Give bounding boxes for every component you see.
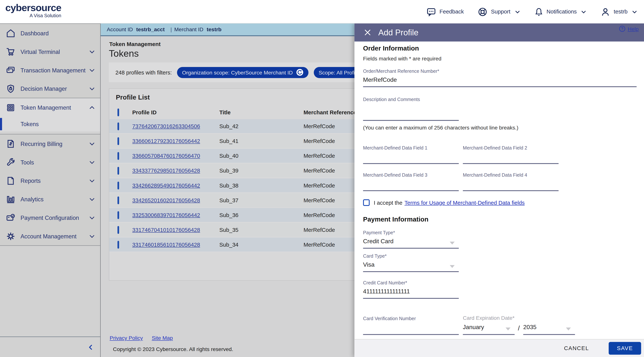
- drawer-header: Add Profile: [354, 23, 644, 42]
- mdf2-input[interactable]: [463, 153, 558, 164]
- row-checkbox[interactable]: [118, 211, 119, 219]
- notifications-menu[interactable]: Notifications: [534, 7, 586, 17]
- cc-number-value: 4111111111111111: [363, 288, 410, 295]
- save-button[interactable]: SAVE: [609, 342, 641, 354]
- sidebar-subitem-tokens[interactable]: Tokens: [0, 117, 100, 132]
- row-title: Sub_39: [219, 167, 304, 174]
- mdf4-input[interactable]: [463, 180, 558, 191]
- bell-icon: [534, 7, 543, 17]
- cvn-input[interactable]: [363, 323, 459, 335]
- terms-checkbox[interactable]: [363, 199, 370, 206]
- exp-year-select[interactable]: 2035: [523, 323, 575, 335]
- sidebar-item-decision-manager[interactable]: Decision Manager: [0, 79, 100, 98]
- payment-type-select[interactable]: Credit Card: [363, 238, 459, 249]
- profile-id-link[interactable]: 3366057084760176056470: [132, 153, 200, 159]
- filter-chip-org-scope[interactable]: Organization scope: CyberSource Merchant…: [177, 67, 308, 78]
- add-profile-drawer: Add Profile Help Order Information Field…: [354, 23, 644, 357]
- order-reference-value: MerRefCode: [363, 77, 397, 83]
- sidebar-label: Recurring Billing: [20, 140, 89, 147]
- merchant-id-value: testrb: [207, 26, 222, 33]
- privacy-policy-link[interactable]: Privacy Policy: [110, 335, 143, 341]
- cc-number-input[interactable]: 4111111111111111: [363, 288, 459, 299]
- exp-month-select[interactable]: January: [463, 323, 514, 335]
- exp-month-value: January: [463, 324, 484, 330]
- support-menu[interactable]: Support: [478, 7, 520, 17]
- card-type-select[interactable]: Visa: [363, 261, 459, 272]
- sidebar-item-virtual-terminal[interactable]: Virtual Terminal: [0, 42, 100, 61]
- chevron-down-icon: [89, 159, 95, 165]
- page-kicker: Token Management: [109, 41, 161, 47]
- sidebar-label: Tokens: [20, 121, 39, 127]
- profile-id-link[interactable]: 3366061279230176056442: [132, 138, 200, 144]
- row-checkbox[interactable]: [118, 152, 119, 160]
- profile-id-link[interactable]: 7376420673016263304506: [132, 123, 200, 129]
- sidebar-label: Tools: [20, 159, 89, 165]
- mdf3-input[interactable]: [363, 180, 459, 191]
- user-menu[interactable]: testrb: [600, 7, 638, 17]
- support-label: Support: [491, 9, 510, 15]
- reset-icon[interactable]: [296, 69, 304, 76]
- sidebar-item-tools[interactable]: Tools: [0, 153, 100, 171]
- sidebar-item-analytics[interactable]: Analytics: [0, 190, 100, 208]
- mdf1-input[interactable]: [363, 153, 459, 164]
- terms-link[interactable]: Terms for Usage of Merchant-Defined Data…: [404, 199, 525, 206]
- sidebar-item-recurring-billing[interactable]: Recurring Billing: [0, 134, 100, 153]
- description-input[interactable]: [363, 104, 459, 121]
- sidebar-label: Payment Configuration: [20, 214, 89, 221]
- merchant-id-label: Merchant ID: [174, 26, 204, 33]
- cancel-button[interactable]: CANCEL: [564, 345, 589, 351]
- mdf1-label: Merchant-Defined Data Field 1: [363, 146, 428, 150]
- order-reference-input[interactable]: MerRefCode: [363, 76, 637, 87]
- row-checkbox[interactable]: [118, 196, 119, 204]
- row-title: Sub_41: [219, 138, 304, 144]
- sidebar-item-reports[interactable]: Reports: [0, 171, 100, 190]
- sidebar-item-dashboard[interactable]: Dashboard: [0, 24, 100, 42]
- mdf3-label: Merchant-Defined Data Field 3: [363, 173, 428, 177]
- row-checkbox[interactable]: [118, 137, 119, 145]
- page-title: Tokens: [109, 48, 139, 59]
- feedback-button[interactable]: Feedback: [426, 7, 464, 17]
- row-checkbox[interactable]: [118, 167, 119, 175]
- sidebar-label: Virtual Terminal: [20, 48, 89, 55]
- profile-id-link[interactable]: 3317460185610176056428: [132, 241, 200, 247]
- row-checkbox[interactable]: [118, 122, 119, 130]
- copyright: Copyright © 2023 Cybersource. All rights…: [113, 346, 233, 352]
- cybersource-logo[interactable]: cybersource A Visa Solution: [6, 3, 61, 18]
- close-icon[interactable]: [364, 29, 372, 37]
- sidebar-item-account-management[interactable]: Account Management: [0, 227, 100, 245]
- sidebar-collapse-button[interactable]: [0, 336, 100, 357]
- chevron-down-icon: [89, 85, 95, 92]
- sidebar-label: Token Management: [20, 104, 89, 111]
- sidebar-item-payment-configuration[interactable]: Payment Configuration: [0, 208, 100, 227]
- profile-id-link[interactable]: 3342652016020176056428: [132, 197, 200, 203]
- help-label: Help: [628, 26, 639, 32]
- profile-id-link[interactable]: 3317467041010176056428: [132, 227, 200, 233]
- sidebar-label: Decision Manager: [20, 85, 89, 92]
- profile-id-link[interactable]: 3343377629850176056428: [132, 167, 200, 174]
- sidebar-group-1: Dashboard Virtual Terminal Transaction M…: [0, 23, 100, 98]
- row-checkbox[interactable]: [118, 181, 119, 189]
- header-actions: Feedback Support Notifications testrb: [426, 0, 638, 23]
- sidebar-item-transaction-management[interactable]: Transaction Management: [0, 61, 100, 79]
- profile-id-link[interactable]: 3342662895490176056442: [132, 182, 200, 188]
- help-link[interactable]: Help: [619, 26, 639, 32]
- user-label: testrb: [614, 9, 628, 15]
- vault-icon: [6, 103, 16, 112]
- order-reference-label: Order/Merchant Reference Number*: [363, 69, 439, 74]
- chevron-down-icon: [89, 233, 95, 239]
- dropdown-arrow-icon: [566, 328, 571, 330]
- site-map-link[interactable]: Site Map: [152, 335, 173, 341]
- sidebar-item-token-management[interactable]: Token Management: [0, 98, 100, 117]
- gear-icon: [6, 231, 16, 241]
- payment-information-heading: Payment Information: [363, 216, 428, 223]
- feedback-icon: [426, 7, 436, 17]
- document-icon: [6, 176, 16, 186]
- profile-id-link[interactable]: 3325300683970176056442: [132, 212, 200, 218]
- select-all-checkbox[interactable]: [118, 108, 119, 116]
- drawer-footer: CANCEL SAVE: [354, 339, 644, 357]
- row-checkbox[interactable]: [118, 226, 119, 234]
- user-icon: [600, 7, 610, 17]
- row-checkbox[interactable]: [118, 241, 119, 248]
- chevron-down-icon: [632, 9, 638, 15]
- accept-text: I accept the: [374, 199, 402, 206]
